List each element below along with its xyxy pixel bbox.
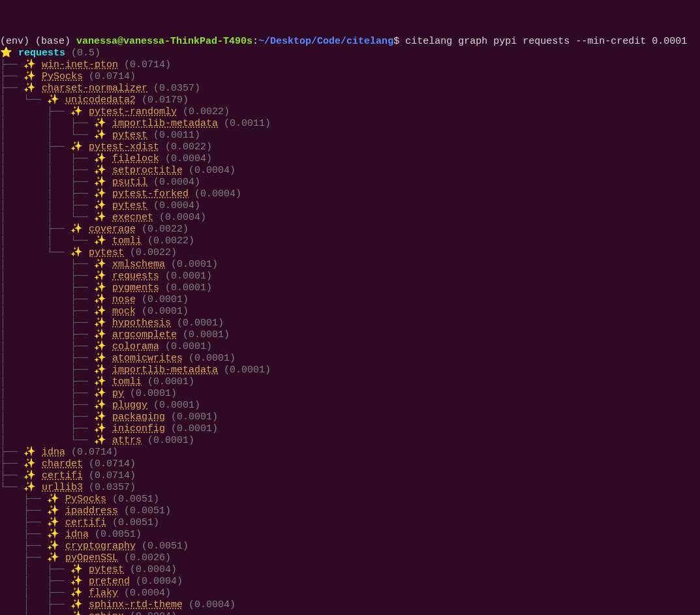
package-name: pytest	[89, 247, 124, 258]
credit-value: (0.0001)	[142, 376, 194, 387]
sparkle-icon: ✨️	[70, 106, 89, 117]
tree-branch: │ ├──	[0, 259, 94, 270]
sparkle-icon: ✨️	[23, 447, 42, 458]
credit-value: (0.0022)	[124, 247, 177, 258]
tree-branch: ├──	[0, 470, 23, 481]
tree-branch: │ ├──	[0, 423, 94, 434]
credit-value: (0.0004)	[130, 576, 183, 587]
credit-value: (0.0001)	[165, 423, 218, 434]
tree-branch: ├──	[0, 71, 23, 82]
command-text: citelang graph pypi requests --min-credi…	[405, 36, 687, 47]
prompt-line: (env) (base) vanessa@vanessa-ThinkPad-T4…	[0, 36, 687, 47]
credit-value: (0.0357)	[83, 482, 136, 493]
package-name: py	[112, 388, 124, 399]
credit-value: (0.0051)	[89, 529, 142, 540]
tree-branch: │ ├──	[0, 294, 94, 305]
package-name: sphinx	[89, 611, 124, 615]
package-name: idna	[42, 447, 65, 458]
sparkle-icon: ✨️	[70, 576, 89, 587]
credit-value: (0.0004)	[159, 153, 212, 164]
tree-branch: │ ├──	[0, 318, 94, 329]
sparkle-icon: ✨️	[70, 599, 89, 610]
credit-value: (0.0001)	[159, 341, 212, 352]
sparkle-icon: ✨️	[94, 118, 112, 129]
tree-branch: │ │ ├──	[0, 165, 94, 176]
tree-branch: │ ├──	[0, 365, 94, 376]
package-name: nose	[112, 294, 136, 305]
colon: :	[252, 36, 258, 47]
package-name: packaging	[112, 412, 165, 423]
package-name: flaky	[89, 588, 118, 599]
tree-branch: │ ├──	[0, 282, 94, 293]
package-name: pytest	[112, 200, 147, 211]
tree-branch: │ │ ├──	[0, 188, 94, 200]
credit-value: (0.0011)	[147, 130, 200, 141]
credit-value: (0.0004)	[183, 165, 236, 176]
package-name: pyOpenSSL	[65, 552, 118, 563]
package-name: xmlschema	[112, 259, 165, 270]
credit-value: (0.0051)	[136, 541, 189, 552]
credit-value: (0.0179)	[136, 95, 189, 106]
package-name: importlib-metadata	[112, 118, 218, 129]
credit-value: (0.0011)	[218, 118, 271, 129]
tree-branch: │ ├──	[0, 376, 94, 387]
sparkle-icon: ✨️	[47, 541, 65, 552]
credit-value: (0.0714)	[83, 470, 136, 481]
sparkle-icon: ✨️	[70, 588, 89, 599]
sparkle-icon: ✨️	[94, 294, 112, 305]
sparkle-icon: ✨️	[47, 494, 65, 505]
tree-branch: ├──	[0, 83, 23, 94]
credit-value: (0.0022)	[159, 142, 212, 153]
credit-value: (0.0001)	[165, 412, 218, 423]
package-name: idna	[65, 529, 89, 540]
sparkle-icon: ✨️	[94, 200, 112, 211]
package-name: chardet	[42, 458, 83, 470]
root-value: (0.5)	[65, 48, 100, 59]
tree-branch: │ └──	[0, 435, 94, 446]
sparkle-icon: ✨️	[94, 259, 112, 270]
tree-branch: │ ├──	[0, 599, 70, 610]
tree-branch: │ ├──	[0, 329, 94, 340]
sparkle-icon: ✨️	[23, 71, 42, 82]
root-package: requests	[18, 48, 65, 59]
sparkle-icon: ✨️	[94, 318, 112, 329]
sparkle-icon: ✨️	[94, 271, 112, 282]
credit-value: (0.0001)	[136, 294, 189, 305]
tree-branch: ├──	[0, 529, 47, 540]
sparkle-icon: ✨️	[23, 59, 42, 70]
package-name: PySocks	[42, 71, 83, 82]
sparkle-icon: ✨️	[94, 353, 112, 364]
credit-value: (0.0714)	[118, 59, 171, 70]
dollar: $	[393, 36, 405, 47]
credit-value: (0.0001)	[142, 435, 194, 446]
credit-value: (0.0001)	[147, 400, 200, 411]
credit-value: (0.0026)	[118, 552, 171, 563]
tree-branch: ├──	[0, 541, 47, 552]
sparkle-icon: ✨️	[94, 423, 112, 434]
sparkle-icon: ✨️	[94, 376, 112, 387]
tree-branch: │ └──	[0, 95, 47, 106]
sparkle-icon: ✨️	[94, 388, 112, 399]
credit-value: (0.0714)	[83, 71, 136, 82]
credit-value: (0.0004)	[153, 212, 206, 223]
credit-value: (0.0051)	[106, 494, 159, 505]
root-line: ⭐️ requests (0.5)	[0, 48, 100, 59]
package-name: attrs	[112, 435, 142, 446]
tree-branch: │ │ ├──	[0, 177, 94, 188]
package-name: hypothesis	[112, 318, 171, 329]
sparkle-icon: ✨️	[94, 188, 112, 200]
credit-value: (0.0001)	[177, 329, 230, 340]
tree-branch: │ ├──	[0, 400, 94, 411]
sparkle-icon: ✨️	[94, 435, 112, 446]
sparkle-icon: ✨️	[94, 412, 112, 423]
credit-value: (0.0051)	[118, 505, 171, 517]
credit-value: (0.0357)	[147, 83, 200, 94]
credit-value: (0.0051)	[106, 517, 159, 528]
sparkle-icon: ✨️	[94, 212, 112, 223]
package-name: filelock	[112, 153, 159, 164]
sparkle-icon: ✨️	[94, 282, 112, 293]
package-name: PySocks	[65, 494, 106, 505]
credit-value: (0.0004)	[189, 188, 241, 200]
tree-branch: ├──	[0, 505, 47, 517]
package-name: coverage	[89, 224, 136, 235]
